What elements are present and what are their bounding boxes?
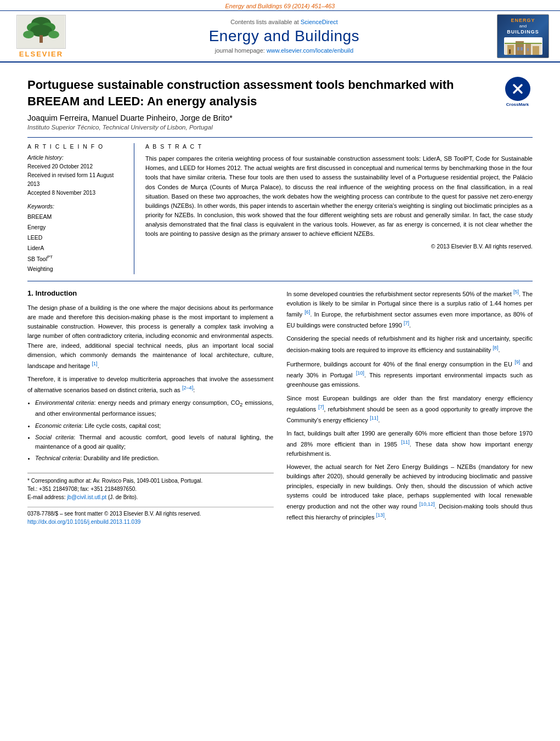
- criteria-social: Social criteria: Thermal and acoustic co…: [35, 433, 274, 451]
- right-para-1: In some developed countries the refurbis…: [287, 288, 533, 330]
- criteria-technical: Technical criteria: Durability and life …: [35, 454, 274, 463]
- keywords-label: Keywords:: [27, 203, 126, 210]
- svg-rect-17: [505, 43, 542, 44]
- paper-title-section: Portuguese sustainable construction asse…: [27, 77, 533, 109]
- sciencedirect-link[interactable]: ScienceDirect: [301, 19, 338, 25]
- right-para-3: Furthermore, buildings account for 40% o…: [287, 358, 533, 389]
- authors: Joaquim Ferreira, Manuel Duarte Pinheiro…: [27, 114, 533, 122]
- criteria-environmental: Environmental criteria: energy needs and…: [35, 398, 274, 418]
- history-label: Article history:: [27, 154, 126, 161]
- ref-6: [6]: [304, 309, 310, 315]
- footnote-tel: Tel.: +351 21849708; fax: +351 218489765…: [27, 485, 274, 493]
- paper-title: Portuguese sustainable construction asse…: [27, 77, 493, 109]
- footnote-area: * Corresponding author at: Av. Rovisco P…: [27, 473, 274, 501]
- journal-header: ELSEVIER Contents lists available at Sci…: [0, 10, 560, 63]
- journal-footer: 0378-7788/$ – see front matter © 2013 El…: [27, 507, 274, 527]
- footnote-corresponding: * Corresponding author at: Av. Rovisco P…: [27, 477, 274, 485]
- keyword-energy: Energy: [27, 222, 126, 233]
- homepage-url[interactable]: www.elsevier.com/locate/enbuild: [267, 47, 353, 54]
- copyright-line: © 2013 Elsevier B.V. All rights reserved…: [145, 243, 533, 250]
- body-left-column: 1. Introduction The design phase of a bu…: [27, 288, 274, 527]
- ref-7b: [7]: [318, 404, 324, 410]
- svg-rect-13: [509, 49, 511, 54]
- energy-buildings-logo: ENERGY and BUILDINGS: [497, 14, 549, 58]
- svg-rect-5: [39, 35, 43, 43]
- ref-13: [13]: [376, 512, 384, 518]
- keyword-weighting: Weighting: [27, 264, 126, 274]
- keyword-sbtoolpt: SB ToolPT: [27, 253, 126, 264]
- logo-and-text: and: [519, 24, 527, 29]
- ref-9: [9]: [514, 359, 520, 365]
- journal-top-citation: Energy and Buildings 69 (2014) 451–463: [0, 0, 560, 10]
- logo-buildings-text: BUILDINGS: [507, 29, 539, 35]
- keyword-breeam: BREEAM: [27, 212, 126, 222]
- ref-11b: [11]: [401, 439, 409, 445]
- article-info-column: A R T I C L E I N F O Article history: R…: [27, 143, 134, 274]
- affiliation: Instituto Superior Técnico, Technical Un…: [27, 124, 533, 131]
- article-info-label: A R T I C L E I N F O: [27, 143, 126, 150]
- accepted-date: Accepted 8 November 2013: [27, 189, 126, 197]
- ref-10-12: [10,12]: [420, 501, 435, 507]
- section1-heading: 1. Introduction: [27, 288, 274, 299]
- revised-date: Received in revised form 11 August 2013: [27, 171, 126, 189]
- svg-rect-15: [521, 47, 523, 50]
- svg-point-7: [48, 31, 59, 38]
- ref-7: [7]: [404, 320, 409, 326]
- right-para-5: In fact, buildings built after 1990 are …: [287, 429, 533, 459]
- keywords-section: Keywords: BREEAM Energy LEED LiderA SB T…: [27, 203, 126, 274]
- journal-main-title: Energy and Buildings: [71, 27, 497, 45]
- footer-doi[interactable]: http://dx.doi.org/10.1016/j.enbuild.2013…: [27, 518, 274, 527]
- keyword-lidera: LiderA: [27, 243, 126, 253]
- ref-11: [11]: [370, 415, 378, 421]
- contents-line: Contents lists available at ScienceDirec…: [71, 19, 497, 25]
- footnote-email-link[interactable]: jb@civil.ist.utl.pt: [67, 494, 106, 500]
- intro-para-1: The design phase of a building is the on…: [27, 303, 274, 371]
- abstract-column: A B S T R A C T This paper compares the …: [145, 143, 533, 274]
- section-divider: [27, 281, 533, 281]
- footnote-email-line: E-mail address: jb@civil.ist.utl.pt (J. …: [27, 493, 274, 501]
- right-para-6: However, the actual search for Net Zero …: [287, 462, 533, 522]
- received-date: Received 20 October 2012: [27, 162, 126, 171]
- homepage-line: journal homepage: www.elsevier.com/locat…: [71, 47, 497, 54]
- svg-rect-16: [527, 48, 529, 51]
- footer-issn: 0378-7788/$ – see front matter © 2013 El…: [27, 510, 274, 518]
- ref-8: [8]: [493, 345, 498, 350]
- body-right-column: In some developed countries the refurbis…: [287, 288, 533, 527]
- ref-5: [5]: [513, 289, 519, 295]
- abstract-text: This paper compares the criteria weighti…: [145, 154, 533, 238]
- body-columns: 1. Introduction The design phase of a bu…: [27, 288, 533, 527]
- svg-rect-14: [517, 47, 519, 50]
- ref-2-4: [2–4]: [182, 385, 193, 391]
- abstract-label: A B S T R A C T: [145, 143, 533, 150]
- crossmark-logo[interactable]: CrossMark: [502, 77, 533, 107]
- elsevier-tree-image: [16, 15, 66, 49]
- ref-1: [1]: [92, 361, 97, 366]
- elsevier-logo: ELSEVIER: [11, 15, 71, 58]
- right-para-4: Since most European buildings are older …: [287, 394, 533, 425]
- paper-content: Portuguese sustainable construction asse…: [0, 63, 560, 532]
- ref-10: [10]: [356, 370, 364, 376]
- elsevier-wordmark: ELSEVIER: [19, 50, 63, 58]
- intro-para-2: Therefore, it is imperative to develop m…: [27, 375, 274, 395]
- info-abstract-section: A R T I C L E I N F O Article history: R…: [27, 137, 533, 274]
- criteria-list: Environmental criteria: energy needs and…: [35, 398, 274, 462]
- article-history: Article history: Received 20 October 201…: [27, 154, 126, 197]
- logo-energy-text: ENERGY: [511, 18, 535, 23]
- svg-rect-12: [533, 46, 539, 55]
- right-para-2: Considering the special needs of refurbi…: [287, 334, 533, 354]
- svg-point-6: [23, 31, 34, 38]
- criteria-economic: Economic criteria: Life cycle costs, cap…: [35, 421, 274, 431]
- keyword-leed: LEED: [27, 233, 126, 243]
- journal-title-center: Contents lists available at ScienceDirec…: [71, 19, 497, 54]
